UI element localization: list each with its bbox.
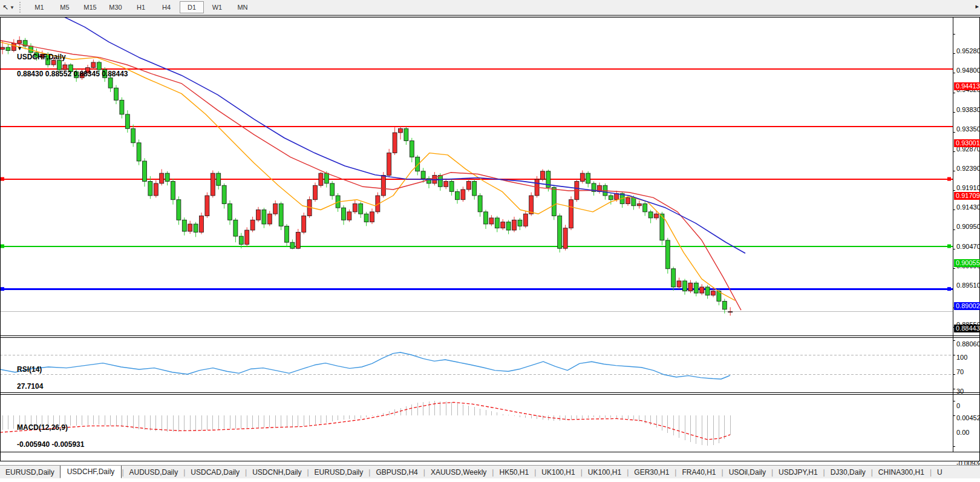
rsi-current-value: 27.7104 — [17, 382, 43, 391]
rsi-tick-30: 30 — [956, 388, 964, 395]
level-badge-0.90055: 0.90055 — [954, 259, 980, 267]
mt4-terminal: ↖ ▼ M1M5M15M30H1H4D1W1MN ▼ USDCHF,Daily … — [0, 0, 980, 482]
price-tick-0.91910: 0.91910 — [956, 184, 980, 192]
timeframe-buttons: M1M5M15M30H1H4D1W1MN — [27, 1, 255, 13]
timeframe-button-d1[interactable]: D1 — [180, 1, 204, 13]
main-panel-layer — [0, 17, 953, 315]
timeframe-button-w1[interactable]: W1 — [205, 1, 229, 13]
hline-handle-left — [1, 245, 4, 248]
macd-tick-0.00: 0.00 — [956, 429, 969, 437]
toolbar-grip-handle[interactable] — [19, 2, 23, 13]
chart-tab-uk100-h1[interactable]: UK100,H1 — [583, 466, 627, 478]
collapse-arrow-icon[interactable]: ▼ — [17, 45, 22, 51]
price-tick-0.91430: 0.91430 — [956, 203, 980, 211]
price-chart-canvas[interactable] — [0, 17, 980, 482]
chart-tab-bar: EURUSD,DailyUSDCHF,Daily|AUDUSD,Daily|US… — [0, 465, 980, 479]
chart-tab-xauusd-weekly[interactable]: XAUUSD,Weekly — [425, 466, 492, 478]
macd-tick-0.004527: 0.004527 — [956, 414, 980, 422]
timeframe-button-h4[interactable]: H4 — [154, 1, 178, 13]
rsi-tick-0: 0 — [956, 402, 960, 410]
chart-tab-usdcnh-daily[interactable]: USDCNH,Daily — [247, 466, 307, 478]
chart-tab-u[interactable]: U — [932, 466, 948, 478]
timeframe-button-h1[interactable]: H1 — [129, 1, 153, 13]
chart-tab-usdchf-daily[interactable]: USDCHF,Daily — [60, 465, 122, 478]
price-tick-0.88060: 0.88060 — [956, 340, 980, 348]
price-tick-0.90470: 0.90470 — [956, 243, 980, 251]
price-tick-0.93350: 0.93350 — [956, 125, 980, 133]
hline-handle-right — [947, 245, 951, 248]
cursor-tool-icon[interactable]: ↖ — [2, 3, 8, 12]
chart-tab-eurusd-daily[interactable]: EURUSD,Daily — [309, 466, 369, 478]
timeframe-button-m30[interactable]: M30 — [103, 1, 128, 13]
hline-handle-left — [1, 177, 4, 181]
chart-window: ▼ USDCHF,Daily 0.88430 0.88552 0.88345 0… — [0, 17, 980, 461]
price-tick-0.90950: 0.90950 — [956, 223, 980, 231]
chart-title: ▼ USDCHF,Daily 0.88430 0.88552 0.88345 0… — [5, 36, 128, 87]
timeframe-button-m15[interactable]: M15 — [78, 1, 102, 13]
ohlc-values: 0.88430 0.88552 0.88345 0.88443 — [17, 70, 128, 78]
chart-tab-usdcad-daily[interactable]: USDCAD,Daily — [185, 466, 245, 478]
current-price-badge: 0.88443 — [954, 325, 980, 332]
chart-tab-usoil-daily[interactable]: USOil,Daily — [724, 466, 771, 478]
timeframe-button-m5[interactable]: M5 — [53, 1, 77, 13]
chart-tab-dj30-daily[interactable]: DJ30,Daily — [825, 466, 871, 478]
chart-tab-eurusd-daily[interactable]: EURUSD,Daily — [0, 466, 60, 478]
level-badge-0.89002: 0.89002 — [954, 302, 980, 310]
symbol-period-label: USDCHF,Daily — [17, 53, 66, 61]
rsi-panel-layer — [0, 352, 953, 379]
hline-handle-left — [1, 287, 4, 291]
hline-handle-right — [947, 287, 951, 291]
chart-tab-gbpusd-h4[interactable]: GBPUSD,H4 — [370, 466, 423, 478]
chart-tab-china300-h1[interactable]: CHINA300,H1 — [873, 466, 930, 478]
timeframe-toolbar: ↖ ▼ M1M5M15M30H1H4D1W1MN — [0, 0, 980, 15]
chart-tab-fra40-h1[interactable]: FRA40,H1 — [676, 466, 721, 478]
rsi-tick-70: 70 — [956, 368, 964, 376]
macd-current-values: -0.005940 -0.005931 — [17, 440, 84, 449]
toolbar-divider-shadow — [0, 15, 980, 16]
price-tick-0.93830: 0.93830 — [956, 106, 980, 114]
chart-tab-audusd-daily[interactable]: AUDUSD,Daily — [124, 466, 184, 478]
price-tick-0.89510: 0.89510 — [956, 282, 980, 289]
macd-indicator-label: MACD(12,26,9) -0.005940 -0.005931 — [5, 415, 84, 457]
chart-tab-usdjpy-h1[interactable]: USDJPY,H1 — [773, 466, 823, 478]
macd-panel-layer — [0, 401, 730, 446]
timeframe-button-m1[interactable]: M1 — [27, 1, 51, 13]
chart-tab-uk100-h1[interactable]: UK100,H1 — [536, 466, 580, 478]
price-tick-0.94800: 0.94800 — [956, 67, 980, 74]
chevron-down-icon[interactable]: ▼ — [10, 5, 15, 10]
price-tick-0.95280: 0.95280 — [956, 47, 980, 55]
rsi-tick-100: 100 — [956, 354, 967, 362]
level-badge-0.94413: 0.94413 — [954, 82, 980, 90]
chart-tab-hk50-h1[interactable]: HK50,H1 — [494, 466, 534, 478]
price-tick-0.92390: 0.92390 — [956, 165, 980, 173]
rsi-indicator-label: RSI(14) 27.7104 — [5, 357, 43, 399]
timeframe-button-mn[interactable]: MN — [230, 1, 255, 13]
level-badge-0.93001: 0.93001 — [954, 139, 980, 147]
bottom-margin — [0, 478, 980, 482]
hline-handle-right — [947, 177, 951, 181]
level-badge-0.91709: 0.91709 — [954, 192, 980, 200]
macd-name: MACD(12,26,9) — [17, 423, 68, 432]
rsi-name: RSI(14) — [17, 365, 42, 374]
chart-tab-ger30-h1[interactable]: GER30,H1 — [629, 466, 675, 478]
tab-scroll-right-icon[interactable]: ▸ — [975, 2, 979, 10]
